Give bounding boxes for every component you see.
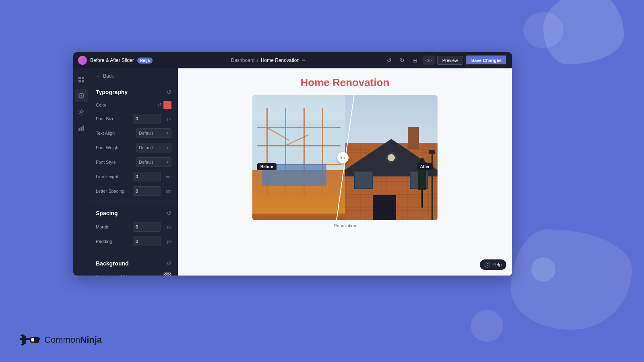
font-weight-row: Font Weight Default 400 500 600 700 bbox=[89, 140, 178, 155]
font-weight-label: Font Weight bbox=[96, 145, 133, 150]
preview-area: Home Renovation bbox=[178, 68, 512, 276]
circular-window bbox=[386, 152, 397, 163]
svg-marker-13 bbox=[20, 344, 25, 346]
letter-spacing-unit: em bbox=[164, 189, 171, 193]
line-height-label: Line Height bbox=[96, 174, 130, 179]
background-title: Background bbox=[96, 260, 129, 267]
letter-spacing-label: Letter Spacing bbox=[96, 189, 130, 193]
padding-input[interactable] bbox=[133, 237, 161, 246]
spacing-section-header: Spacing ↺ bbox=[89, 205, 178, 220]
svg-rect-1 bbox=[82, 77, 84, 79]
logo-text: CommonNinja bbox=[44, 335, 102, 345]
svg-rect-8 bbox=[80, 127, 82, 131]
svg-rect-2 bbox=[78, 80, 81, 82]
lamp-head bbox=[429, 150, 435, 154]
font-size-row: Font Size px bbox=[89, 111, 178, 126]
font-weight-select[interactable]: Default 400 500 600 700 bbox=[136, 143, 171, 152]
left-nav bbox=[73, 68, 89, 276]
preview-button[interactable]: Preview bbox=[437, 56, 463, 65]
typography-title: Typography bbox=[96, 89, 128, 95]
svg-rect-15 bbox=[31, 338, 34, 341]
line-height-row: Line Height em bbox=[89, 169, 178, 184]
line-height-unit: em bbox=[164, 175, 171, 179]
nav-settings-icon[interactable] bbox=[75, 105, 88, 118]
margin-unit: px bbox=[164, 225, 171, 229]
spacing-reset-icon[interactable]: ↺ bbox=[167, 210, 171, 216]
back-button[interactable]: ← Back bbox=[89, 68, 178, 84]
undo-button[interactable]: ↺ bbox=[384, 55, 394, 66]
nav-style-icon[interactable] bbox=[75, 89, 88, 102]
redo-button[interactable]: ↻ bbox=[397, 55, 407, 66]
font-style-select-wrapper: Default Normal Italic bbox=[136, 157, 171, 167]
chimney bbox=[408, 127, 419, 149]
slider-handle[interactable] bbox=[337, 152, 349, 163]
bottom-logo: CommonNinja bbox=[20, 334, 102, 346]
before-label: Before bbox=[257, 163, 277, 170]
blob-1 bbox=[543, 0, 624, 64]
help-button[interactable]: ? Help bbox=[480, 259, 506, 270]
font-style-row: Font Style Default Normal Italic bbox=[89, 155, 178, 169]
code-button[interactable]: </> bbox=[423, 56, 435, 65]
background-color-field: ╱ bbox=[163, 272, 171, 276]
app-logo-icon bbox=[78, 56, 87, 65]
color-swatch[interactable] bbox=[163, 101, 171, 109]
nav-chart-icon[interactable] bbox=[75, 121, 88, 134]
app-title: Before & After Slider bbox=[90, 58, 134, 63]
letter-spacing-input[interactable] bbox=[133, 186, 161, 196]
breadcrumb: Dashboard / Home Renovation ✏ bbox=[156, 58, 380, 63]
before-after-container[interactable]: Before bbox=[252, 95, 438, 220]
breadcrumb-current: Home Renovation bbox=[261, 58, 299, 63]
background-color-label: Background Color bbox=[96, 274, 160, 276]
letter-spacing-row: Letter Spacing em bbox=[89, 184, 178, 198]
scaffold-h1 bbox=[257, 127, 341, 128]
window-left bbox=[354, 171, 373, 189]
help-circle-icon: ? bbox=[485, 262, 490, 267]
spacing-title: Spacing bbox=[96, 210, 118, 216]
font-style-select[interactable]: Default Normal Italic bbox=[136, 157, 171, 167]
blob-2 bbox=[523, 12, 564, 48]
svg-rect-11 bbox=[22, 336, 26, 344]
color-label: Color bbox=[96, 103, 155, 107]
line-height-input[interactable] bbox=[133, 172, 161, 181]
svg-point-6 bbox=[80, 111, 83, 113]
section-divider-1 bbox=[89, 202, 178, 202]
svg-rect-3 bbox=[82, 80, 84, 82]
font-size-unit: px bbox=[164, 117, 171, 121]
color-reset-icon[interactable]: ↺ bbox=[158, 102, 162, 108]
logo-text-regular: Common bbox=[44, 335, 80, 345]
back-label: Back bbox=[103, 73, 114, 79]
text-align-label: Text Align bbox=[96, 131, 133, 136]
save-button[interactable]: Save Changes bbox=[466, 56, 507, 65]
caption: Renovation bbox=[334, 223, 356, 228]
entrance bbox=[373, 195, 396, 220]
blob-5 bbox=[471, 310, 503, 342]
top-bar: Before & After Slider Ninja Dashboard / … bbox=[73, 52, 512, 68]
padding-label: Padding bbox=[96, 239, 130, 244]
typography-section-header: Typography ↺ bbox=[89, 84, 178, 99]
breadcrumb-separator: / bbox=[257, 58, 258, 63]
font-size-input[interactable] bbox=[133, 114, 161, 123]
nav-grid-icon[interactable] bbox=[75, 73, 88, 86]
background-reset-icon[interactable]: ↺ bbox=[167, 260, 171, 267]
background-color-swatch[interactable]: ╱ bbox=[163, 272, 171, 276]
settings-icon[interactable]: ⊞ bbox=[410, 55, 420, 66]
edit-icon[interactable]: ✏ bbox=[302, 58, 305, 63]
color-field-row: Color ↺ bbox=[89, 99, 178, 111]
typography-reset-icon[interactable]: ↺ bbox=[167, 89, 171, 95]
text-align-select[interactable]: Default Left Center Right bbox=[136, 128, 171, 138]
blob-4 bbox=[531, 257, 555, 282]
app-window: Before & After Slider Ninja Dashboard / … bbox=[73, 52, 512, 276]
after-panel: After bbox=[345, 95, 438, 220]
svg-point-5 bbox=[80, 95, 82, 97]
padding-unit: px bbox=[164, 239, 171, 244]
main-content: ← Back Typography ↺ Color ↺ Font Size bbox=[73, 68, 512, 276]
margin-input[interactable] bbox=[133, 222, 161, 232]
sky-after bbox=[345, 95, 438, 145]
after-label: After bbox=[417, 163, 433, 170]
topbar-actions: ↺ ↻ ⊞ </> Preview Save Changes bbox=[384, 55, 507, 66]
font-style-label: Font Style bbox=[96, 160, 133, 165]
svg-marker-12 bbox=[20, 334, 25, 336]
background-section-header: Background ↺ bbox=[89, 255, 178, 270]
svg-rect-9 bbox=[83, 125, 84, 131]
construction-scene bbox=[252, 95, 345, 220]
